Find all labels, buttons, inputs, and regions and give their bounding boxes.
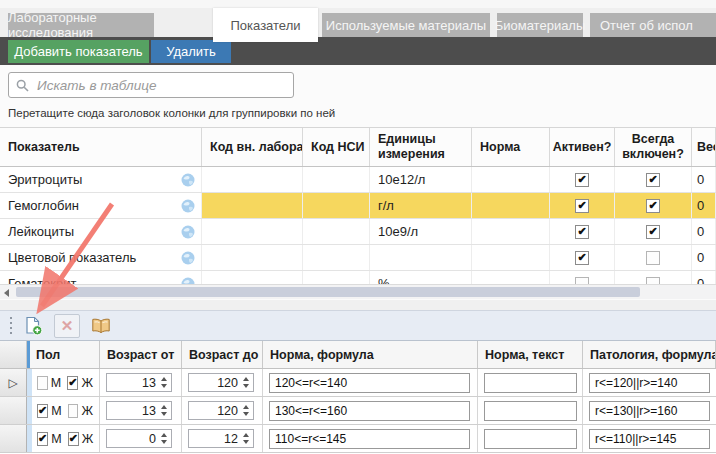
always-on-checkbox[interactable] — [646, 277, 660, 285]
norm-text-field[interactable] — [484, 429, 577, 449]
column-header-norm-formula[interactable]: Норма, формула — [263, 341, 478, 368]
norms-row[interactable]: ▷ М Ж 13 120 — [0, 369, 716, 397]
spin-up-icon[interactable] — [243, 433, 249, 437]
always-on-checkbox[interactable] — [646, 173, 660, 187]
age-from-value: 0 — [107, 432, 161, 446]
globe-icon[interactable] — [181, 173, 195, 187]
pathology-formula-field[interactable] — [589, 373, 710, 393]
age-to-stepper[interactable]: 120 — [188, 401, 254, 420]
row-selector[interactable]: ▷ — [0, 425, 27, 452]
indicator-name-cell: Эритроциты — [0, 167, 202, 192]
spin-up-icon[interactable] — [243, 405, 249, 409]
column-header-pathology-formula[interactable]: Патология, формула — [583, 341, 716, 368]
tab-biomaterials[interactable]: Биоматериалы — [497, 13, 583, 37]
scrollbar-thumb[interactable] — [16, 287, 640, 297]
age-from-stepper[interactable]: 0 — [106, 429, 172, 448]
nsi-code-cell — [303, 271, 370, 284]
table-row[interactable]: Лейкоциты 10е9/л 0 — [0, 219, 716, 245]
always-on-checkbox[interactable] — [646, 199, 660, 213]
unit-cell: г/л — [370, 193, 472, 218]
norm-formula-field[interactable] — [269, 429, 470, 449]
column-header-age-to[interactable]: Возраст до — [182, 341, 263, 368]
delete-indicator-button[interactable]: Удалить — [151, 40, 231, 63]
norm-formula-field[interactable] — [269, 401, 470, 421]
always-on-checkbox[interactable] — [646, 225, 660, 239]
weight-cell: 0 — [692, 167, 716, 192]
norm-text-field[interactable] — [484, 373, 577, 393]
nsi-code-cell — [303, 193, 370, 218]
active-checkbox[interactable] — [575, 199, 589, 213]
tab-lab-research[interactable]: Лабораторные исследования — [8, 13, 154, 37]
female-checkbox[interactable] — [67, 376, 78, 390]
spin-down-icon[interactable] — [161, 384, 167, 388]
pathology-formula-field[interactable] — [589, 401, 710, 421]
column-header-lab-code[interactable]: Код вн. лабора — [202, 128, 303, 166]
female-checkbox[interactable] — [68, 404, 79, 418]
column-header-indicator[interactable]: Показатель — [0, 128, 202, 166]
column-header-nsi-code[interactable]: Код НСИ — [303, 128, 370, 166]
active-checkbox[interactable] — [575, 277, 589, 285]
column-header-norm-text[interactable]: Норма, текст — [478, 341, 583, 368]
column-header-norm[interactable]: Норма — [472, 128, 550, 166]
norms-row[interactable]: ▷ М Ж 13 120 — [0, 397, 716, 425]
age-from-value: 13 — [107, 404, 161, 418]
table-search-box[interactable] — [8, 72, 294, 98]
reference-book-button[interactable] — [88, 314, 114, 338]
globe-icon[interactable] — [181, 199, 195, 213]
spin-down-icon[interactable] — [243, 412, 249, 416]
row-selector-header — [0, 341, 27, 368]
table-row[interactable]: Эритроциты 10е12/л 0 — [0, 167, 716, 193]
search-input[interactable] — [35, 77, 293, 94]
column-header-sex[interactable]: Пол — [27, 341, 100, 368]
spin-up-icon[interactable] — [243, 377, 249, 381]
norm-text-field[interactable] — [484, 401, 577, 421]
spin-down-icon[interactable] — [243, 384, 249, 388]
norm-formula-field[interactable] — [269, 373, 470, 393]
column-header-age-from[interactable]: Возраст от — [100, 341, 182, 368]
active-checkbox[interactable] — [575, 225, 589, 239]
female-checkbox[interactable] — [68, 432, 79, 446]
column-header-weight[interactable]: Вес — [692, 128, 716, 166]
add-record-button[interactable] — [20, 314, 46, 338]
spin-up-icon[interactable] — [161, 377, 167, 381]
male-checkbox[interactable] — [37, 404, 48, 418]
active-checkbox[interactable] — [575, 251, 589, 265]
male-checkbox[interactable] — [37, 432, 48, 446]
spin-up-icon[interactable] — [161, 433, 167, 437]
table-row[interactable]: Цветовой показатель 0 — [0, 245, 716, 271]
always-on-checkbox[interactable] — [646, 251, 660, 265]
tab-indicators[interactable]: Показатели — [213, 8, 318, 42]
column-header-always-on[interactable]: Всегда включен? — [615, 128, 692, 166]
add-indicator-button[interactable]: Добавить показатель — [8, 40, 149, 63]
norms-row[interactable]: ▷ М Ж 0 12 — [0, 425, 716, 453]
scroll-left-icon[interactable] — [4, 289, 9, 297]
indicators-grid-body: Эритроциты 10е12/л 0 — [0, 167, 716, 284]
spin-down-icon[interactable] — [161, 440, 167, 444]
table-row[interactable]: Гемоглобин г/л 0 — [0, 193, 716, 219]
spin-up-icon[interactable] — [161, 405, 167, 409]
pathology-formula-field[interactable] — [589, 429, 710, 449]
spin-down-icon[interactable] — [243, 440, 249, 444]
globe-icon[interactable] — [181, 225, 195, 239]
age-from-stepper[interactable]: 13 — [106, 373, 172, 392]
globe-icon[interactable] — [181, 277, 195, 285]
delete-record-button[interactable]: ✕ — [54, 314, 80, 338]
tab-materials-used[interactable]: Используемые материалы — [322, 13, 490, 37]
horizontal-scrollbar[interactable] — [0, 284, 716, 299]
age-to-stepper[interactable]: 12 — [188, 429, 254, 448]
lab-code-cell — [202, 219, 303, 244]
toolbar-grip[interactable] — [10, 317, 12, 334]
indicators-panel: Перетащите сюда заголовок колонки для гр… — [0, 65, 716, 300]
row-selector[interactable]: ▷ — [0, 369, 27, 396]
column-header-active[interactable]: Активен? — [550, 128, 615, 166]
spin-down-icon[interactable] — [161, 412, 167, 416]
age-from-stepper[interactable]: 13 — [106, 401, 172, 420]
tab-usage-report[interactable]: Отчет об испол — [590, 13, 716, 37]
table-row[interactable]: Гематокрит % 0 — [0, 271, 716, 284]
row-selector[interactable]: ▷ — [0, 397, 27, 424]
age-to-stepper[interactable]: 120 — [188, 373, 254, 392]
column-header-unit[interactable]: Единицы измерения — [370, 128, 472, 166]
globe-icon[interactable] — [181, 251, 195, 265]
active-checkbox[interactable] — [575, 173, 589, 187]
male-checkbox[interactable] — [37, 376, 48, 390]
